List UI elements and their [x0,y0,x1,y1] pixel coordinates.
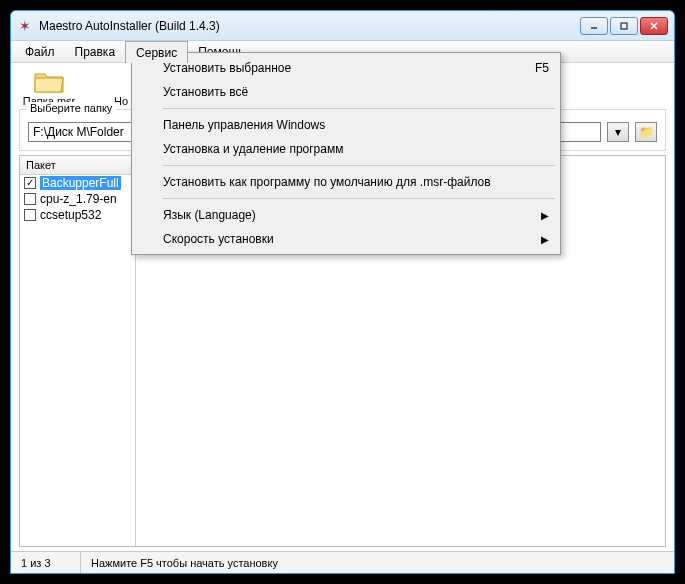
browse-button[interactable]: 📁 [635,122,657,142]
menu-control-panel[interactable]: Панель управления Windows [135,113,557,137]
status-hint: Нажмите F5 чтобы начать установку [81,552,674,573]
menu-service[interactable]: Сервис [125,41,188,63]
menu-label: Установить всё [163,85,248,99]
folder-small-icon: 📁 [639,125,654,139]
menu-label: Установить выбранное [163,61,291,75]
menu-label: Установка и удаление программ [163,142,343,156]
toolbar-folder-msr[interactable]: Папка msr [19,67,79,107]
menu-install-selected[interactable]: Установить выбранное F5 [135,56,557,80]
menu-edit[interactable]: Правка [65,41,126,62]
menu-default-msr[interactable]: Установить как программу по умолчанию дл… [135,170,557,194]
folder-icon [33,67,65,95]
app-window: ✶ Maestro AutoInstaller (Build 1.4.3) Фа… [10,10,675,574]
list-item[interactable]: cpu-z_1.79-en [20,191,135,207]
group-label: Выберите папку [26,102,116,114]
menu-install-all[interactable]: Установить всё [135,80,557,104]
package-list: BackupperFull cpu-z_1.79-en ccsetup532 [20,175,135,546]
minimize-button[interactable] [580,17,608,35]
chevron-down-icon: ▾ [615,125,621,139]
package-name: BackupperFull [40,176,121,190]
menu-separator [163,108,555,109]
app-icon: ✶ [17,18,33,34]
menu-add-remove[interactable]: Установка и удаление программ [135,137,557,161]
submenu-arrow-icon: ▶ [541,234,549,245]
menu-label: Скорость установки [163,232,274,246]
window-title: Maestro AutoInstaller (Build 1.4.3) [39,19,580,33]
package-column: Пакет BackupperFull cpu-z_1.79-en ccsetu… [20,156,136,546]
window-buttons [580,17,668,35]
menu-label: Язык (Language) [163,208,256,222]
checkbox[interactable] [24,177,36,189]
package-name: cpu-z_1.79-en [40,192,117,206]
menu-label: Панель управления Windows [163,118,325,132]
checkbox[interactable] [24,193,36,205]
menu-separator [163,198,555,199]
maximize-button[interactable] [610,17,638,35]
list-item[interactable]: BackupperFull [20,175,135,191]
close-button[interactable] [640,17,668,35]
svg-rect-1 [621,23,627,29]
menu-language[interactable]: Язык (Language) ▶ [135,203,557,227]
titlebar: ✶ Maestro AutoInstaller (Build 1.4.3) [11,11,674,41]
checkbox[interactable] [24,209,36,221]
menu-speed[interactable]: Скорость установки ▶ [135,227,557,251]
menu-shortcut: F5 [535,61,549,75]
list-item[interactable]: ccsetup532 [20,207,135,223]
statusbar: 1 из 3 Нажмите F5 чтобы начать установку [11,551,674,573]
path-dropdown-button[interactable]: ▾ [607,122,629,142]
status-count: 1 из 3 [11,552,81,573]
menu-separator [163,165,555,166]
submenu-arrow-icon: ▶ [541,210,549,221]
menu-label: Установить как программу по умолчанию дл… [163,175,491,189]
package-name: ccsetup532 [40,208,101,222]
service-dropdown: Установить выбранное F5 Установить всё П… [131,52,561,255]
column-header-package[interactable]: Пакет [20,156,135,175]
menu-file[interactable]: Файл [15,41,65,62]
